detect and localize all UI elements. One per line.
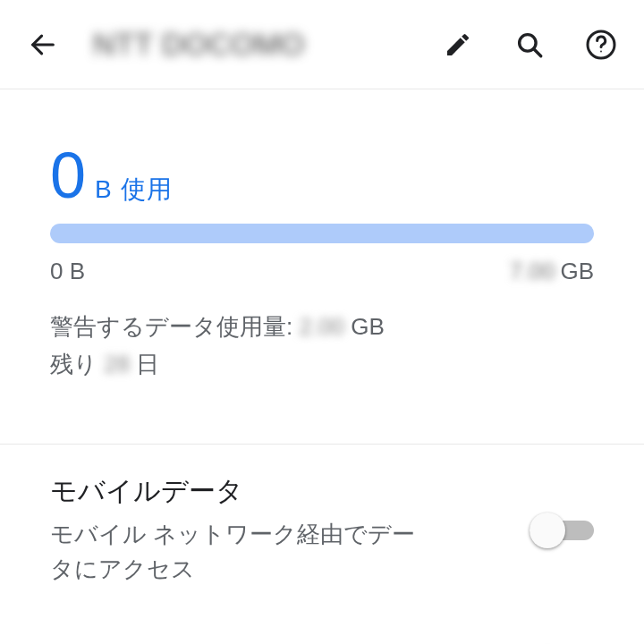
arrow-back-icon (28, 30, 58, 60)
usage-amount: 0 (50, 143, 86, 208)
warning-prefix: 警告するデータ使用量: (50, 313, 299, 340)
back-button[interactable] (18, 20, 68, 70)
usage-progress-bar (50, 224, 594, 243)
usage-scale: 0 B 7.00 GB (50, 258, 594, 285)
search-icon (514, 30, 545, 60)
data-usage-panel: 0 B 使用 0 B 7.00 GB 警告するデータ使用量: 2.00 GB 残… (0, 89, 644, 419)
usage-scale-max-unit: GB (560, 258, 594, 285)
svg-line-2 (534, 48, 541, 55)
mobile-data-toggle[interactable] (530, 513, 594, 548)
app-bar: NTT DOCOMO (0, 0, 644, 89)
setting-mobile-data[interactable]: モバイルデータ モバイル ネットワーク経由でデータにアクセス (0, 445, 644, 615)
remaining-value: 28 (104, 346, 130, 384)
remaining-prefix: 残り (50, 351, 104, 377)
switch-thumb (530, 513, 565, 548)
warning-value: 2.00 (299, 309, 344, 346)
setting-text: モバイルデータ モバイル ネットワーク経由でデータにアクセス (50, 473, 519, 587)
warning-unit: GB (344, 313, 385, 340)
help-button[interactable] (576, 20, 626, 70)
usage-unit-label: B 使用 (95, 173, 172, 207)
usage-heading: 0 B 使用 (50, 143, 594, 208)
setting-roaming[interactable]: ローミング (0, 615, 644, 644)
usage-scale-min: 0 B (50, 258, 85, 285)
edit-button[interactable] (433, 20, 483, 70)
usage-scale-max-value: 7.00 (510, 258, 555, 285)
usage-warning-text: 警告するデータ使用量: 2.00 GB 残り 28 日 (50, 309, 594, 383)
svg-point-4 (600, 50, 602, 52)
remaining-suffix: 日 (130, 351, 159, 377)
search-button[interactable] (504, 20, 555, 70)
page-title: NTT DOCOMO (93, 27, 433, 62)
pencil-icon (444, 30, 472, 59)
mobile-data-subtitle: モバイル ネットワーク経由でデータにアクセス (50, 517, 435, 587)
action-bar (433, 20, 626, 70)
mobile-data-title: モバイルデータ (50, 473, 519, 510)
help-icon (585, 29, 617, 61)
usage-scale-max: 7.00 GB (510, 258, 594, 285)
